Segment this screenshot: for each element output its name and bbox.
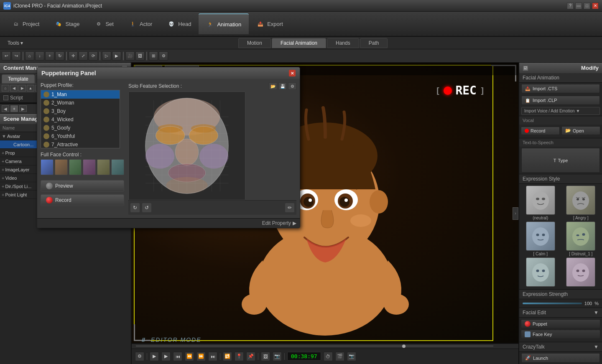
expand-icon[interactable]: ▼	[2, 134, 6, 139]
profile-item-3[interactable]: 3_Boy	[41, 107, 120, 115]
solo-settings-btn[interactable]: ⚙	[288, 82, 296, 90]
tl-loop-btn[interactable]: 🔁	[223, 352, 232, 361]
nav-tab-export[interactable]: 📤 Export	[249, 13, 291, 34]
tl-key-btn[interactable]: 📍	[235, 352, 244, 361]
import-clp-button[interactable]: 📋 Import .CLP	[521, 96, 600, 105]
sub-tab-path[interactable]: Path	[360, 38, 388, 48]
nav-tab-project[interactable]: 🗂 Project	[4, 13, 47, 34]
nav-tab-animation[interactable]: 🏃 Animation	[199, 13, 249, 34]
profile-item-6[interactable]: 6_Youthful	[41, 132, 120, 140]
profile-item-4[interactable]: 4_Wicked	[41, 115, 120, 124]
sm-prev-btn[interactable]: ◀	[2, 105, 9, 112]
profile-item-2[interactable]: 2_Woman	[41, 99, 120, 107]
nav-tab-set[interactable]: ⚙ Set	[87, 13, 121, 34]
face-thumb-1[interactable]	[41, 159, 54, 175]
rotate2-button[interactable]: ⟳	[89, 51, 98, 61]
import-cts-button[interactable]: 📥 Import .CTS	[521, 84, 600, 93]
tl-rwd-btn[interactable]: ⏪	[185, 352, 194, 361]
timeline-scrubber[interactable]	[132, 344, 518, 349]
tl-camera-btn[interactable]: 📷	[273, 352, 282, 361]
face-rotate-btn[interactable]: ↻	[130, 203, 140, 213]
expression-distrust[interactable]: [ Distrust_1 ]	[561, 221, 601, 256]
solo-load-btn[interactable]: 📂	[269, 82, 277, 90]
record-voice-button[interactable]: Record	[521, 127, 560, 135]
sub-tab-hands[interactable]: Hands	[327, 38, 359, 48]
expression-angry[interactable]: [ Angry ]	[561, 186, 601, 220]
cm-up-btn[interactable]: ▲	[27, 85, 34, 92]
nav-tab-stage[interactable]: 🎭 Stage	[47, 13, 87, 34]
tl-capture-btn[interactable]: 🎬	[335, 352, 344, 361]
face-edit-btn[interactable]: ✏	[285, 203, 295, 213]
cm-tab-template[interactable]: Template	[2, 74, 35, 84]
script-checkbox[interactable]	[3, 95, 8, 100]
solo-save-btn[interactable]: 💾	[278, 82, 287, 90]
sm-next-btn[interactable]: ▶	[19, 105, 27, 112]
tl-end-btn[interactable]: ⏭	[208, 352, 217, 361]
modify-checkbox[interactable]: ☑	[523, 65, 528, 71]
help-button[interactable]: ?	[567, 3, 574, 9]
launch-button[interactable]: 🚀 Launch	[521, 353, 600, 363]
puppeteering-close-button[interactable]: ✕	[289, 70, 296, 76]
camera-button[interactable]: 🎥	[125, 51, 135, 61]
expand-icon[interactable]: +	[2, 150, 4, 155]
select2-button[interactable]: ▶	[112, 51, 121, 61]
face-thumb-6[interactable]	[111, 159, 124, 175]
cm-home-btn[interactable]: ⌂	[2, 85, 9, 92]
import-voice-button[interactable]: Import Voice / Add Emotion ▼	[521, 107, 600, 115]
record-puppet-button[interactable]: Record	[41, 194, 124, 206]
select-button[interactable]: ▷	[102, 51, 111, 61]
expression-5[interactable]	[521, 257, 560, 288]
edit-property-button[interactable]: Edit Property ▶	[37, 218, 300, 228]
profile-item-1[interactable]: 1_Man	[41, 90, 120, 99]
type-button[interactable]: T Type	[521, 148, 600, 173]
tl-settings-btn[interactable]: ⚙	[135, 352, 144, 361]
tl-play-btn[interactable]: ▶	[161, 352, 171, 361]
profile-list[interactable]: 1_Man2_Woman3_Boy4_Wicked5_Goofy6_Youthf…	[41, 90, 120, 148]
profile-item-5[interactable]: 5_Goofy	[41, 124, 120, 132]
add-button[interactable]: +	[45, 51, 54, 61]
rotate-button[interactable]: ↻	[55, 51, 64, 61]
redo-button[interactable]: ↪	[12, 51, 21, 61]
puppet-button[interactable]: Puppet	[521, 319, 600, 328]
tools-button[interactable]: Tools ▾	[3, 38, 27, 48]
undo-button[interactable]: ↩	[2, 51, 11, 61]
sm-add-btn[interactable]: +	[10, 105, 18, 112]
profile-item-7[interactable]: 7_Attractive	[41, 140, 120, 148]
viewport-right-arrow[interactable]: ›	[513, 207, 518, 220]
scale-button[interactable]: ⤢	[79, 51, 88, 61]
expand-icon[interactable]: +	[2, 192, 4, 197]
face-thumb-4[interactable]	[83, 159, 96, 175]
expression-calm[interactable]: [ Calm ]	[521, 221, 560, 256]
tl-frame-btn[interactable]: 🖼	[261, 352, 270, 361]
expand-icon[interactable]: +	[2, 184, 4, 189]
settings-button[interactable]: ⚙	[159, 51, 168, 61]
expand-icon[interactable]: +	[2, 176, 4, 181]
tl-prev-btn[interactable]: ▶	[150, 352, 159, 361]
down-button[interactable]: ↓	[35, 51, 44, 61]
expression-neutral[interactable]: (neutral)	[521, 186, 560, 220]
close-button[interactable]: ✕	[592, 3, 599, 9]
grid-button[interactable]: ⊞	[149, 51, 158, 61]
strength-slider[interactable]	[523, 303, 582, 304]
cm-back-btn[interactable]: ◀	[10, 85, 18, 92]
face-display[interactable]	[128, 92, 245, 200]
open-voice-button[interactable]: 📂 Open	[561, 126, 600, 135]
minimize-button[interactable]: —	[575, 3, 582, 9]
cm-forward-btn[interactable]: ▶	[18, 85, 26, 92]
sub-tab-motion[interactable]: Motion	[238, 38, 271, 48]
preview-button[interactable]: Preview	[41, 180, 124, 192]
face-thumb-2[interactable]	[55, 159, 68, 175]
expand-icon[interactable]: +	[2, 159, 4, 164]
nav-tab-head[interactable]: 💀 Head	[160, 13, 199, 34]
pause-button[interactable]: ⏸	[140, 336, 147, 343]
tl-fwd-btn[interactable]: ⏩	[196, 352, 206, 361]
face-reset-btn[interactable]: ↺	[142, 203, 152, 213]
face-thumb-3[interactable]	[69, 159, 82, 175]
face-key-button[interactable]: Face Key	[521, 330, 600, 339]
move-button[interactable]: ✛	[69, 51, 78, 61]
tl-time-settings[interactable]: ⏱	[324, 352, 333, 361]
expand-icon[interactable]: +	[2, 167, 4, 172]
face-thumb-5[interactable]	[97, 159, 110, 175]
maximize-button[interactable]: □	[584, 3, 590, 9]
scrubber-head[interactable]	[402, 344, 406, 348]
